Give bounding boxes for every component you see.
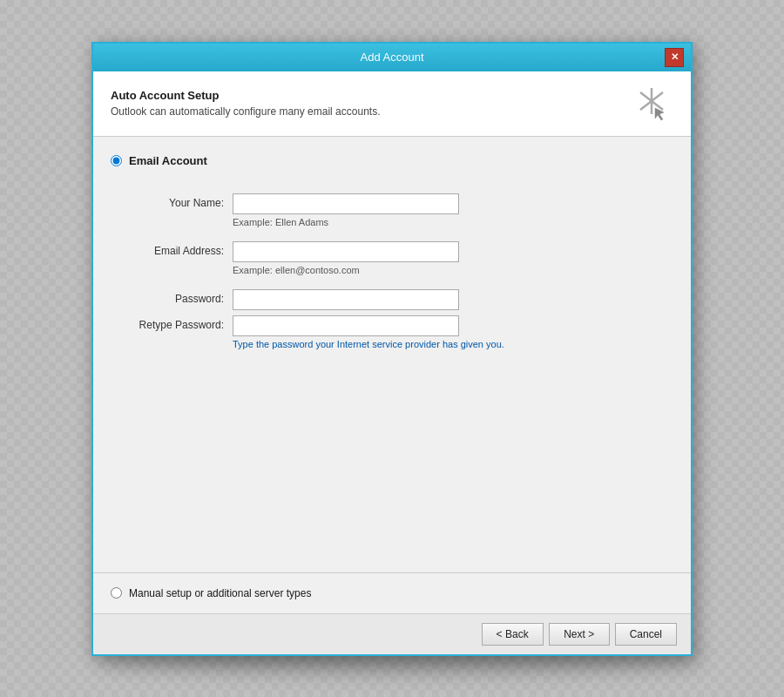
email-address-row: Email Address: Example: ellen@contoso.co… xyxy=(128,241,656,284)
header-subtitle: Outlook can automatically configure many… xyxy=(111,105,630,118)
header-title: Auto Account Setup xyxy=(111,89,630,102)
your-name-row: Your Name: Example: Ellen Adams xyxy=(128,193,656,236)
retype-password-input-group: Type the password your Internet service … xyxy=(233,315,656,349)
retype-password-label: Retype Password: xyxy=(128,315,233,331)
email-account-label[interactable]: Email Account xyxy=(129,154,207,167)
your-name-input-group: Example: Ellen Adams xyxy=(233,193,656,236)
next-button[interactable]: Next > xyxy=(549,623,610,646)
email-account-option[interactable]: Email Account xyxy=(111,154,673,167)
manual-setup-label[interactable]: Manual setup or additional server types xyxy=(129,587,311,599)
manual-setup-option[interactable]: Manual setup or additional server types xyxy=(111,587,673,599)
header-section: Auto Account Setup Outlook can automatic… xyxy=(93,71,691,137)
email-address-label: Email Address: xyxy=(128,241,233,257)
email-address-input-group: Example: ellen@contoso.com xyxy=(233,241,656,284)
cancel-button[interactable]: Cancel xyxy=(615,623,677,646)
password-hint: Type the password your Internet service … xyxy=(233,339,656,349)
back-button[interactable]: < Back xyxy=(482,623,544,646)
password-label: Password: xyxy=(128,289,233,305)
email-address-hint: Example: ellen@contoso.com xyxy=(233,265,656,275)
form-section: Your Name: Example: Ellen Adams Email Ad… xyxy=(111,193,673,349)
email-address-input[interactable] xyxy=(233,241,459,262)
dialog-container: Add Account ✕ Auto Account Setup Outlook… xyxy=(91,42,693,656)
setup-wizard-icon xyxy=(630,82,673,125)
close-button[interactable]: ✕ xyxy=(665,48,684,67)
your-name-input[interactable] xyxy=(233,193,459,214)
dialog-title: Add Account xyxy=(119,51,665,64)
header-text: Auto Account Setup Outlook can automatic… xyxy=(111,89,630,118)
title-bar: Add Account ✕ xyxy=(93,44,691,71)
footer: < Back Next > Cancel xyxy=(93,613,691,654)
password-row: Password: xyxy=(128,289,656,310)
password-input-group xyxy=(233,289,656,310)
your-name-hint: Example: Ellen Adams xyxy=(233,217,656,227)
retype-password-row: Retype Password: Type the password your … xyxy=(128,315,656,349)
your-name-label: Your Name: xyxy=(128,193,233,209)
retype-password-input[interactable] xyxy=(233,315,459,336)
password-input[interactable] xyxy=(233,289,459,310)
manual-setup-radio[interactable] xyxy=(111,587,122,599)
add-account-dialog: Add Account ✕ Auto Account Setup Outlook… xyxy=(91,42,693,656)
manual-setup-section: Manual setup or additional server types xyxy=(93,572,691,613)
email-account-radio[interactable] xyxy=(111,155,122,166)
main-content: Email Account Your Name: Example: Ellen … xyxy=(93,137,691,572)
